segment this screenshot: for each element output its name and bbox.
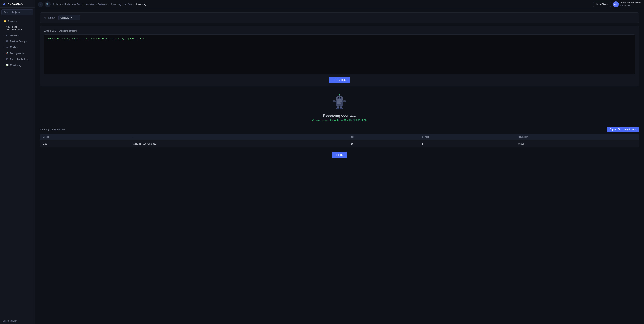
recently-received-section: Recently Received Data Capture Streaming…: [40, 127, 639, 147]
chevron-down-icon: ▾: [30, 11, 31, 13]
sidebar-item-models[interactable]: › ◈ Models: [1, 44, 34, 50]
sidebar-item-projects[interactable]: 📁 Projects: [1, 18, 34, 24]
avatar: AK: [613, 1, 619, 7]
expand-icon-monitoring: ›: [4, 64, 4, 66]
finish-button[interactable]: Finish: [332, 152, 348, 158]
svg-point-3: [338, 98, 339, 99]
svg-rect-7: [338, 99, 342, 100]
svg-rect-10: [333, 101, 336, 102]
team-name: Team: Python Demo: [620, 1, 641, 4]
expand-icon-feature-groups: ›: [4, 40, 4, 42]
cell-dash: 1652464090796.9312: [130, 140, 348, 147]
svg-rect-18: [337, 103, 341, 104]
expand-icon-datasets: ›: [4, 34, 4, 36]
stream-data-row: Stream Data: [44, 77, 635, 83]
batch-icon: ⊡: [6, 58, 8, 61]
breadcrumb-streaming-user-data[interactable]: Streaming User Data: [110, 3, 132, 6]
batch-predictions-label: Batch Predictions: [10, 58, 28, 61]
deployments-icon: 🚀: [6, 52, 8, 55]
capture-streaming-schema-button[interactable]: Capture Streaming Schema: [607, 127, 639, 132]
sidebar: ABACUS.AI Search Projects ▾ 📁 Projects M…: [0, 0, 35, 324]
sidebar-item-feature-groups[interactable]: › ▦ Feature Groups: [1, 38, 34, 44]
json-textarea[interactable]: [44, 34, 635, 74]
sidebar-item-monitoring[interactable]: › 📊 Monitoring: [1, 62, 34, 68]
search-projects-label: Search Projects: [4, 11, 20, 14]
stream-data-button[interactable]: Stream Data: [329, 77, 350, 83]
svg-rect-11: [343, 101, 346, 102]
sep1: ›: [62, 3, 63, 6]
table-row: 123 1652464090796.9312 19 F student: [40, 140, 639, 147]
user-name: Ankit Khare: [620, 4, 641, 7]
api-library-label: API Library:: [44, 16, 56, 19]
models-label: Models: [10, 46, 18, 49]
topbar-right: Invite Team AK Team: Python Demo Ankit K…: [593, 1, 641, 7]
sidebar-item-batch-predictions[interactable]: › ⊡ Batch Predictions: [1, 56, 34, 62]
cell-age: 19: [348, 140, 420, 147]
api-library-select[interactable]: Console ▾: [58, 15, 80, 20]
expand-icon-deployments: ›: [4, 52, 4, 54]
events-section: Receiving events... We have received 1 r…: [40, 90, 639, 161]
api-library-card: API Library: Console ▾: [40, 12, 639, 23]
sep3: ›: [108, 3, 109, 6]
breadcrumb-projects[interactable]: Projects: [52, 3, 61, 6]
logo-icon: [2, 2, 5, 5]
recently-received-title: Recently Received Data: [40, 128, 65, 131]
sidebar-active-project[interactable]: Movie Lens Recommendation: [1, 24, 34, 32]
finish-row: Finish: [332, 152, 348, 158]
col-userid: userId: [40, 134, 130, 140]
received-subtitle: We have received 1 record since May 13, …: [312, 119, 367, 121]
back-button[interactable]: ‹: [38, 2, 43, 7]
sep2: ›: [96, 3, 97, 6]
logo-area: ABACUS.AI: [0, 0, 35, 8]
breadcrumb-movie-lens[interactable]: Movie Lens Recommendation: [64, 3, 95, 6]
breadcrumb-datasets[interactable]: Datasets: [98, 3, 108, 6]
api-library-chevron-icon: ▾: [70, 16, 72, 19]
models-icon: ◈: [6, 46, 8, 49]
deployments-label: Deployments: [10, 52, 24, 55]
receiving-title: Receiving events...: [323, 113, 356, 118]
col-occupation: occupation: [514, 134, 639, 140]
robot-container: [331, 94, 348, 111]
datasets-label: Datasets: [10, 34, 19, 37]
svg-point-9: [339, 94, 340, 95]
avatar-area[interactable]: AK Team: Python Demo Ankit Khare: [613, 1, 641, 7]
sidebar-item-deployments[interactable]: › 🚀 Deployments: [1, 50, 34, 56]
expand-icon-models: ›: [4, 46, 4, 48]
table-body: 123 1652464090796.9312 19 F student: [40, 140, 639, 147]
user-info: Team: Python Demo Ankit Khare: [620, 1, 641, 7]
col-age: age: [348, 134, 420, 140]
monitoring-label: Monitoring: [10, 64, 21, 67]
cell-occupation: student: [514, 140, 639, 147]
cell-userid: 123: [40, 140, 130, 147]
topbar: ‹ 🔍 Projects › Movie Lens Recommendation…: [35, 0, 644, 9]
svg-rect-16: [337, 101, 342, 102]
search-projects-dropdown[interactable]: Search Projects ▾: [2, 9, 33, 15]
active-project-label: Movie Lens Recommendation: [6, 26, 31, 31]
monitoring-icon: 📊: [6, 64, 8, 67]
sidebar-projects-section: 📁 Projects Movie Lens Recommendation › ⊞…: [0, 17, 35, 69]
svg-rect-17: [337, 102, 340, 103]
search-button[interactable]: 🔍: [45, 1, 50, 7]
robot-illustration: [331, 94, 348, 110]
data-table: userId - age gender occupation 123 16524…: [40, 134, 639, 147]
folder-icon: 📁: [4, 20, 6, 22]
svg-rect-15: [340, 107, 342, 109]
documentation-link[interactable]: Documentation: [0, 318, 35, 324]
sep4: ›: [134, 3, 134, 6]
main-area: ‹ 🔍 Projects › Movie Lens Recommendation…: [35, 0, 644, 324]
api-library-value: Console: [60, 16, 69, 19]
expand-icon-batch: ›: [4, 58, 4, 60]
feature-groups-label: Feature Groups: [10, 40, 26, 43]
svg-point-6: [340, 98, 341, 99]
json-editor-label: Write a JSON Object to stream:: [44, 29, 635, 32]
col-gender: gender: [420, 134, 514, 140]
content-area: API Library: Console ▾ Write a JSON Obje…: [35, 9, 644, 324]
breadcrumb: Projects › Movie Lens Recommendation › D…: [52, 3, 592, 6]
invite-team-button[interactable]: Invite Team: [593, 2, 611, 7]
sidebar-item-datasets[interactable]: › ⊞ Datasets: [1, 32, 34, 38]
projects-label: Projects: [8, 20, 16, 22]
json-editor-card: Write a JSON Object to stream: Stream Da…: [40, 26, 639, 86]
table-header: userId - age gender occupation: [40, 134, 639, 140]
breadcrumb-streaming: Streaming: [136, 3, 146, 6]
recently-received-header: Recently Received Data Capture Streaming…: [40, 127, 639, 132]
